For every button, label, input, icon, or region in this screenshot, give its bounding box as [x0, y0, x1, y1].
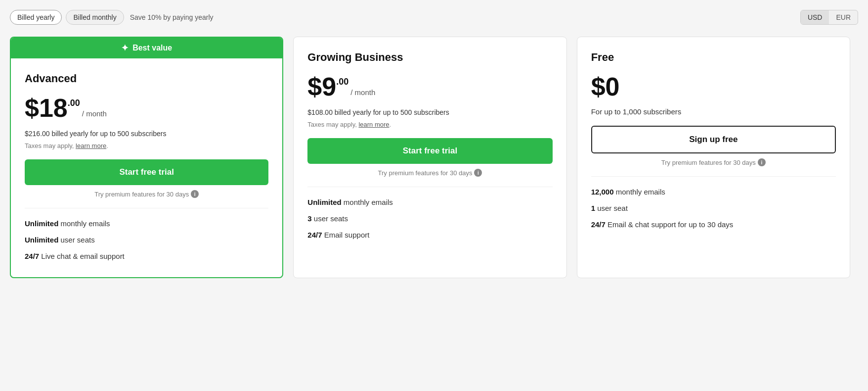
features-list-free: 12,000 monthly emails1 user seat24/7 Ema… — [591, 187, 836, 230]
taxes-note-advanced: Taxes may apply, learn more. — [25, 142, 268, 149]
currency-toggle: USD EUR — [800, 10, 858, 25]
price-row-free: $0 — [591, 74, 836, 99]
price-cents-advanced: .00 — [68, 98, 80, 108]
divider-advanced — [25, 208, 268, 208]
divider-free — [591, 176, 836, 177]
learn-more-link-growing-business[interactable]: learn more — [358, 121, 389, 128]
price-sub-advanced: $216.00 billed yearly for up to 500 subs… — [25, 129, 268, 139]
price-main-advanced: $18 — [25, 95, 68, 121]
features-list-advanced: Unlimited monthly emailsUnlimited user s… — [25, 218, 268, 261]
trial-note-free: Try premium features for 30 days i — [591, 158, 836, 166]
top-bar: Billed yearly Billed monthly Save 10% by… — [10, 10, 858, 25]
currency-eur-button[interactable]: EUR — [829, 10, 858, 24]
currency-usd-button[interactable]: USD — [801, 10, 829, 24]
plan-name-growing-business: Growing Business — [307, 51, 552, 64]
feature-item-free-2: 24/7 Email & chat support for up to 30 d… — [591, 219, 836, 230]
billing-toggle: Billed yearly Billed monthly Save 10% by… — [10, 10, 214, 25]
cta-button-growing-business[interactable]: Start free trial — [307, 138, 552, 164]
best-value-banner: ✦ Best value — [11, 38, 282, 58]
info-icon-growing-business: i — [474, 169, 482, 177]
info-icon-free: i — [758, 158, 766, 166]
info-icon-advanced: i — [191, 190, 199, 198]
billing-monthly-button[interactable]: Billed monthly — [66, 10, 124, 25]
feature-item-advanced-1: Unlimited user seats — [25, 235, 268, 245]
plan-name-free: Free — [591, 51, 836, 64]
plan-content-advanced: Advanced $18 .00 / month $216.00 billed … — [11, 58, 282, 277]
learn-more-link-advanced[interactable]: learn more — [76, 142, 106, 149]
cta-button-free[interactable]: Sign up free — [591, 126, 836, 153]
price-row-growing-business: $9 .00 / month — [307, 74, 552, 99]
taxes-note-growing-business: Taxes may apply, learn more. — [307, 121, 552, 128]
feature-item-advanced-0: Unlimited monthly emails — [25, 218, 268, 229]
feature-item-growing-business-2: 24/7 Email support — [307, 230, 552, 240]
best-value-label: Best value — [132, 44, 172, 52]
price-sub-free: For up to 1,000 subscribers — [591, 107, 836, 116]
feature-item-free-0: 12,000 monthly emails — [591, 187, 836, 197]
plan-card-advanced: ✦ Best value Advanced $18 .00 / month $2… — [10, 37, 283, 278]
save-text: Save 10% by paying yearly — [130, 13, 214, 21]
sparkle-icon: ✦ — [121, 43, 129, 53]
plan-content-free: Free $0 For up to 1,000 subscribers Sign… — [577, 37, 850, 245]
feature-item-growing-business-0: Unlimited monthly emails — [307, 197, 552, 207]
billing-yearly-button[interactable]: Billed yearly — [10, 10, 62, 25]
trial-note-growing-business: Try premium features for 30 days i — [307, 169, 552, 177]
plan-name-advanced: Advanced — [25, 72, 268, 85]
feature-item-free-1: 1 user seat — [591, 203, 836, 213]
plans-container: ✦ Best value Advanced $18 .00 / month $2… — [10, 37, 850, 278]
feature-item-growing-business-1: 3 user seats — [307, 213, 552, 224]
price-period-growing-business: / month — [350, 88, 375, 97]
price-period-advanced: / month — [82, 109, 107, 118]
price-main-growing-business: $9 — [307, 74, 336, 99]
price-main-free: $0 — [591, 72, 620, 101]
divider-growing-business — [307, 187, 552, 187]
price-cents-growing-business: .00 — [336, 77, 348, 87]
features-list-growing-business: Unlimited monthly emails3 user seats24/7… — [307, 197, 552, 240]
cta-button-advanced[interactable]: Start free trial — [25, 159, 268, 185]
price-row-advanced: $18 .00 / month — [25, 95, 268, 121]
price-sub-growing-business: $108.00 billed yearly for up to 500 subs… — [307, 107, 552, 118]
feature-item-advanced-2: 24/7 Live chat & email support — [25, 251, 268, 261]
plan-card-growing-business: Growing Business $9 .00 / month $108.00 … — [293, 37, 566, 278]
plan-card-free: Free $0 For up to 1,000 subscribers Sign… — [577, 37, 850, 278]
plan-content-growing-business: Growing Business $9 .00 / month $108.00 … — [294, 37, 566, 256]
trial-note-advanced: Try premium features for 30 days i — [25, 190, 268, 198]
